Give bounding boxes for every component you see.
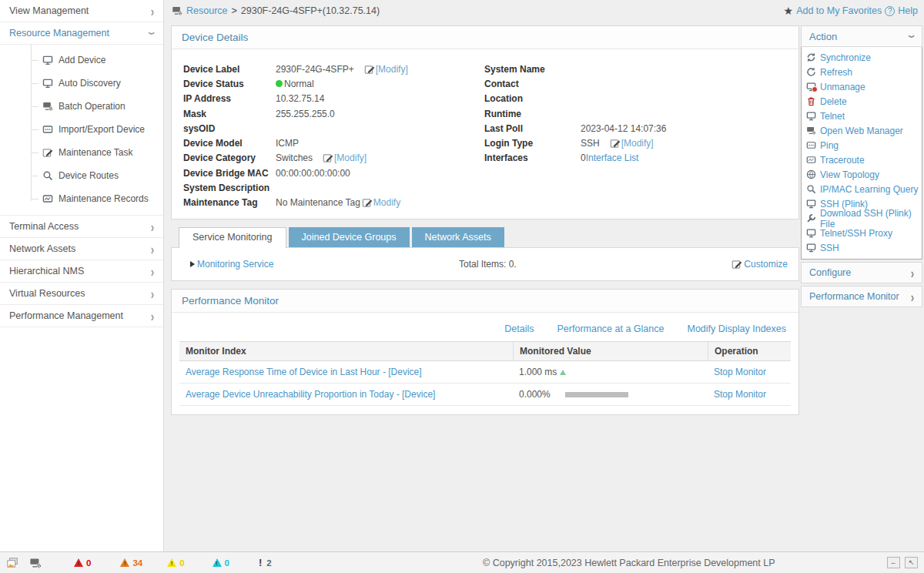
add-to-favorites-link[interactable]: Add to My Favorites — [796, 5, 882, 16]
monitoring-service-link[interactable]: Monitoring Service — [197, 259, 273, 270]
auto-discovery-icon — [42, 78, 53, 89]
configure-section[interactable]: Configure › — [801, 262, 922, 283]
sidebar-item-virtual-resources[interactable]: Virtual Resources › — [0, 283, 163, 305]
tab-joined-device-groups[interactable]: Joined Device Groups — [289, 227, 410, 247]
details-link[interactable]: Details — [504, 323, 534, 334]
breadcrumb-separator: > — [232, 5, 237, 16]
performance-monitor-section[interactable]: Performance Monitor › — [801, 286, 922, 307]
edit-icon[interactable] — [364, 64, 375, 75]
refresh-icon — [806, 67, 816, 77]
back-arrow-button[interactable]: ← — [887, 557, 900, 568]
alarm-info[interactable]: 0 — [213, 558, 229, 568]
corner-arrow-button[interactable]: ↖ — [905, 557, 918, 568]
synchronize-icon — [806, 52, 816, 62]
sidebar-item-maintenance-task[interactable]: Maintenance Task — [0, 141, 163, 164]
monitoring-service-toggle[interactable]: Monitoring Service — [190, 259, 273, 270]
sidebar-item-terminal-access[interactable]: Terminal Access › — [0, 216, 163, 238]
sidebar-item-network-assets[interactable]: Network Assets › — [0, 238, 163, 260]
breadcrumb-resource-link[interactable]: Resource — [186, 5, 228, 16]
telnet-icon — [806, 111, 816, 121]
modify-device-category-link[interactable]: [Modify] — [334, 152, 367, 163]
sidebar-item-performance-management[interactable]: Performance Management › — [0, 305, 163, 327]
chevron-right-icon: › — [151, 0, 154, 26]
alarm-major[interactable]: 34 — [120, 558, 142, 568]
device-details-panel: Device Details Device Label 2930F-24G-4S… — [171, 25, 799, 219]
field-device-status: Device Status Normal — [183, 76, 476, 91]
modify-device-label-link[interactable]: [Modify] — [376, 64, 408, 75]
device-manage-icon[interactable] — [29, 557, 42, 569]
telnet-ssh-proxy-icon — [806, 228, 816, 238]
modify-maintenance-tag-link[interactable]: Modify — [373, 197, 400, 208]
header-operation: Operation — [708, 341, 791, 361]
action-delete[interactable]: Delete — [802, 94, 922, 109]
performance-at-a-glance-link[interactable]: Performance at a Glance — [557, 323, 665, 334]
interface-list-link[interactable]: Interface List — [586, 152, 639, 163]
status-bar: 0 34 0 0 ! 2 © Copyright 2015,2023 Hewle… — [0, 551, 924, 573]
ping-icon — [806, 140, 816, 150]
tab-service-monitoring[interactable]: Service Monitoring — [179, 227, 286, 248]
customize-link[interactable]: Customize — [744, 259, 788, 270]
field-system-description: System Description — [183, 180, 476, 195]
major-alarm-icon — [120, 558, 129, 567]
web-manager-icon — [806, 126, 816, 136]
batch-operation-icon — [42, 101, 53, 112]
maintenance-task-icon — [42, 147, 53, 158]
performance-monitor-panel: Performance Monitor Details Performance … — [171, 289, 799, 415]
modify-display-indexes-link[interactable]: Modify Display Indexes — [687, 323, 786, 334]
breadcrumb-page: 2930F-24G-4SFP+(10.32.75.14) — [241, 5, 380, 16]
action-refresh[interactable]: Refresh — [802, 65, 922, 79]
help-icon — [885, 6, 895, 16]
sidebar-item-hierarchical-nms[interactable]: Hierarchical NMS › — [0, 260, 163, 283]
field-device-bridge-mac: Device Bridge MAC 00:00:00:00:00:00 — [183, 166, 476, 180]
sidebar-item-device-routes[interactable]: Device Routes — [0, 164, 163, 187]
download-ssh-file-icon — [806, 213, 816, 223]
action-synchronize[interactable]: Synchronize — [802, 50, 922, 65]
action-telnet[interactable]: Telnet — [802, 109, 922, 123]
action-view-topology[interactable]: View Topology — [802, 167, 922, 182]
alarm-critical[interactable]: 0 — [74, 558, 91, 568]
action-ping[interactable]: Ping — [802, 138, 922, 152]
total-items-label: Total Items: 0. — [459, 259, 517, 270]
action-ip-mac-learning-query[interactable]: IP/MAC Learning Query — [802, 182, 922, 196]
edit-icon[interactable] — [323, 152, 333, 163]
action-download-ssh-plink-file[interactable]: Download SSH (Plink) File — [802, 211, 922, 226]
table-row: Average Device Unreachability Proportion… — [179, 384, 791, 406]
sidebar-item-view-management[interactable]: View Management › — [0, 0, 163, 22]
monitor-index-link[interactable]: Average Device Unreachability Proportion… — [186, 389, 435, 400]
action-unmanage[interactable]: Unmanage — [802, 79, 922, 94]
sidebar-item-batch-operation[interactable]: Batch Operation — [0, 95, 163, 118]
modify-login-type-link[interactable]: [Modify] — [621, 138, 654, 149]
monitor-table-header: Monitor Index Monitored Value Operation — [179, 341, 791, 361]
help-link[interactable]: Help — [898, 5, 918, 16]
action-menu: Synchronize Refresh Unmanage Delete Teln… — [801, 47, 922, 260]
favorites-star-icon: ★ — [784, 5, 794, 17]
action-ssh[interactable]: SSH — [802, 240, 922, 255]
stop-monitor-link[interactable]: Stop Monitor — [714, 389, 766, 400]
field-device-category: Device Category Switches [Modify] — [183, 151, 476, 166]
customize-control[interactable]: Customize — [732, 259, 788, 270]
monitor-index-link[interactable]: Average Response Time of Device in Last … — [186, 367, 422, 377]
sidebar-item-resource-management[interactable]: Resource Management › — [0, 22, 163, 45]
action-open-web-manager[interactable]: Open Web Manager — [802, 123, 922, 138]
alarm-unknown[interactable]: ! 2 — [259, 557, 272, 568]
window-stack-icon[interactable] — [6, 557, 18, 569]
sidebar-item-maintenance-records[interactable]: Maintenance Records — [0, 187, 163, 210]
field-runtime: Runtime — [484, 106, 788, 121]
stop-monitor-link[interactable]: Stop Monitor — [714, 367, 766, 377]
edit-icon[interactable] — [362, 197, 373, 208]
device-details-title: Device Details — [172, 26, 798, 49]
unknown-alarm-icon: ! — [259, 557, 262, 568]
sidebar-item-add-device[interactable]: Add Device — [0, 49, 163, 72]
status-normal-dot — [276, 80, 283, 87]
trend-up-icon — [560, 370, 566, 375]
tab-network-assets[interactable]: Network Assets — [412, 227, 504, 247]
action-menu-header[interactable]: Action › — [801, 25, 922, 47]
sidebar-item-import-export-device[interactable]: Import/Export Device — [0, 118, 163, 141]
action-traceroute[interactable]: Traceroute — [802, 152, 922, 167]
edit-icon[interactable] — [610, 138, 621, 149]
device-routes-icon — [42, 170, 53, 181]
sidebar-item-auto-discovery[interactable]: Auto Discovery — [0, 72, 163, 95]
alarm-minor[interactable]: 0 — [167, 558, 184, 568]
ssh-icon — [806, 243, 816, 253]
unmanage-icon — [806, 82, 816, 92]
